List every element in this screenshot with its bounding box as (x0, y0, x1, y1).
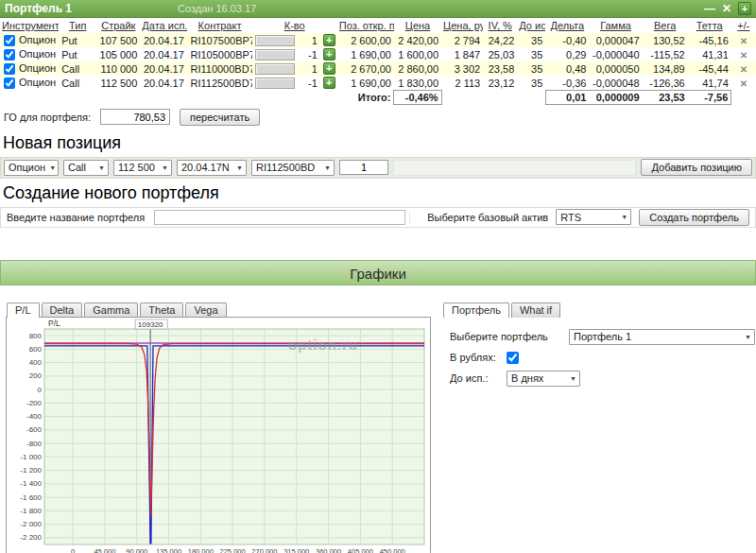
qty-slider[interactable] (255, 63, 295, 75)
delete-row-icon[interactable]: ✕ (740, 78, 747, 89)
cell-instrument: Опцион (19, 34, 56, 45)
cell-iv: 25,03 (483, 47, 517, 61)
minimize-icon[interactable]: — (704, 2, 715, 15)
totals-row: Итого: -0,46% 0,01 0,000009 23,53 -7,56 (0, 90, 756, 104)
rubles-checkbox[interactable] (507, 352, 519, 364)
cell-days: 35 (517, 33, 545, 47)
chevron-down-icon: ▼ (324, 164, 331, 171)
add-portfolio-icon[interactable]: + (738, 2, 751, 15)
cell-price: 2 860,00 (394, 61, 441, 76)
row-checkbox[interactable] (4, 63, 15, 75)
days-select[interactable]: В днях▼ (507, 371, 580, 387)
col-header-days[interactable]: До исп. (517, 18, 545, 33)
cell-instrument: Опцион (19, 48, 56, 60)
margin-label: ГО для портфеля: (4, 112, 91, 123)
table-row: Опцион Call 112 500 20.04.17 RI112500BD7… (0, 76, 756, 90)
svg-text:405 000: 405 000 (348, 547, 373, 553)
svg-text:-1 400: -1 400 (20, 479, 42, 488)
col-header-vega[interactable]: Вега (643, 18, 688, 33)
svg-text:800: 800 (29, 331, 43, 339)
cell-days: 35 (517, 76, 545, 90)
row-checkbox[interactable] (4, 35, 15, 46)
cell-price-rub: 3 302 (441, 61, 483, 76)
portfolio-select-value: Портфель 1 (574, 331, 631, 342)
create-portfolio-heading: Создание нового портфеля (0, 183, 756, 203)
col-header-price-rub[interactable]: Цена, руб. (441, 18, 483, 33)
instrument-select[interactable]: Опцион▼ (4, 160, 59, 176)
cell-vega: 130,52 (643, 33, 688, 47)
svg-text:-2 200: -2 200 (20, 533, 42, 542)
portfolio-name-label: Введите название портфеля (1, 212, 150, 223)
delete-row-icon[interactable]: ✕ (740, 64, 747, 75)
portfolio-select[interactable]: Портфель 1▼ (569, 329, 755, 345)
tab-vega[interactable]: Vega (185, 302, 226, 318)
contract-select-value: RI112500BD (256, 162, 315, 173)
totals-gamma: 0,000009 (589, 90, 642, 104)
expiry-select[interactable]: 20.04.17N▼ (177, 160, 247, 176)
col-header-instrument[interactable]: Инструмент (0, 18, 59, 33)
cell-open-price: 2 600,00 (337, 33, 394, 47)
tab-whatif[interactable]: What if (511, 302, 560, 318)
portfolio-name-input[interactable] (154, 210, 405, 225)
cell-delta: 0,48 (545, 61, 589, 76)
increase-qty-icon[interactable]: + (323, 62, 335, 75)
col-header-delta[interactable]: Дельта (545, 18, 589, 33)
new-position-qty-input[interactable] (339, 160, 388, 175)
col-header-plusminus[interactable]: +/- (731, 18, 756, 33)
svg-text:315 000: 315 000 (284, 547, 309, 553)
contract-select[interactable]: RI112500BD▼ (251, 160, 335, 176)
row-checkbox[interactable] (4, 78, 15, 89)
cell-theta: 41,74 (688, 76, 731, 90)
table-row: Опцион Call 110 000 20.04.17 RI110000BD7… (0, 61, 756, 76)
svg-text:45 000: 45 000 (94, 547, 115, 553)
svg-text:-1 800: -1 800 (20, 507, 42, 515)
col-header-contract[interactable]: Контракт (187, 18, 251, 33)
cell-gamma: -0,000048 (589, 76, 642, 90)
cell-vega: 134,89 (643, 61, 688, 76)
type-select[interactable]: Call▼ (63, 160, 109, 176)
strike-select[interactable]: 112 500▼ (113, 160, 172, 176)
base-asset-select[interactable]: RTS▼ (556, 209, 631, 225)
recalculate-button[interactable]: пересчитать (180, 109, 260, 126)
tab-delta[interactable]: Delta (42, 302, 83, 318)
cell-contract: RI107500BP7 (187, 33, 251, 47)
delete-row-icon[interactable]: ✕ (740, 50, 747, 60)
select-portfolio-label: Выберите портфель (450, 331, 569, 342)
totals-delta: 0,01 (545, 90, 589, 104)
create-portfolio-button[interactable]: Создать портфель (639, 209, 749, 226)
margin-value-input[interactable] (100, 109, 170, 125)
days-select-value: В днях (511, 372, 543, 384)
qty-slider[interactable] (255, 78, 295, 89)
col-header-date[interactable]: Дата исп. (140, 18, 187, 33)
qty-slider[interactable] (255, 49, 295, 60)
col-header-type[interactable]: Тип (59, 18, 96, 33)
cell-price: 2 420,00 (394, 33, 441, 47)
svg-text:600: 600 (29, 345, 43, 354)
svg-text:109320: 109320 (138, 320, 163, 329)
delete-row-icon[interactable]: ✕ (740, 36, 747, 46)
tab-portfolio[interactable]: Портфель (443, 302, 509, 318)
tab-pl[interactable]: P/L (7, 302, 40, 318)
svg-text:-400: -400 (26, 412, 43, 421)
col-header-gamma[interactable]: Гамма (589, 18, 642, 33)
qty-slider[interactable] (255, 35, 295, 46)
portfolio-window-header: Портфель 1 Создан 16.03.17 — ✕ + (0, 0, 756, 18)
row-checkbox[interactable] (4, 49, 15, 60)
increase-qty-icon[interactable]: + (323, 34, 335, 46)
col-header-open[interactable]: Поз. откр. по (337, 18, 394, 33)
add-position-button[interactable]: Добавить позицию (641, 159, 752, 176)
increase-qty-icon[interactable]: + (323, 77, 335, 89)
close-icon[interactable]: ✕ (722, 2, 731, 15)
cell-gamma: 0,000050 (589, 61, 642, 76)
col-header-price[interactable]: Цена (394, 18, 441, 33)
col-header-theta[interactable]: Тетта (688, 18, 731, 33)
col-header-strike[interactable]: Страйк (96, 18, 140, 33)
col-header-qty[interactable]: К-во (252, 18, 337, 33)
col-header-iv[interactable]: IV, % (483, 18, 517, 33)
tab-theta[interactable]: Theta (140, 302, 183, 318)
cell-vega: -126,36 (643, 76, 688, 90)
svg-text:360 000: 360 000 (316, 547, 341, 553)
cell-vega: -115,52 (643, 47, 688, 61)
tab-gamma[interactable]: Gamma (84, 302, 138, 318)
increase-qty-icon[interactable]: + (323, 48, 335, 60)
